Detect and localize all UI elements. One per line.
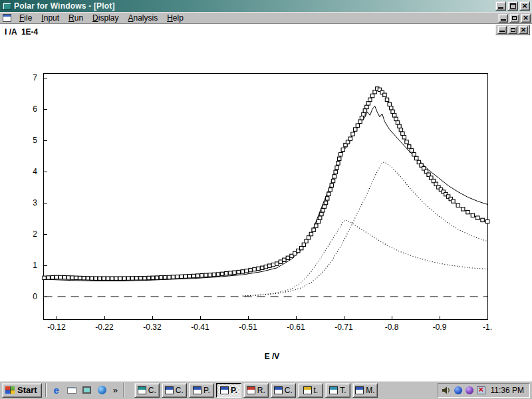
close-icon: ×	[522, 3, 527, 9]
task-window-icon	[220, 386, 229, 394]
menu-analysis[interactable]: Analysis	[123, 12, 162, 24]
tray-clock[interactable]: 11:36 PM	[491, 386, 524, 395]
taskbar-task-button[interactable]: C.	[162, 383, 187, 398]
svg-text:-0.12: -0.12	[47, 323, 66, 332]
task-window-icon	[355, 386, 364, 394]
x-axis-label: E /V	[239, 352, 305, 361]
taskbar-task-button[interactable]: P.	[189, 383, 214, 398]
ie-e-glyph: e	[53, 386, 59, 395]
app-icon[interactable]	[2, 2, 11, 10]
taskbar-task-button[interactable]: M.	[352, 383, 378, 398]
maximize-icon	[510, 3, 516, 9]
titlebar: Polar for Windows - [Plot] ×	[0, 0, 532, 12]
menu-input[interactable]: Input	[37, 12, 64, 24]
taskbar-task-button[interactable]: C.	[134, 383, 160, 398]
taskbar: Start e » C. C. P. P. R. C. t. T. M. ×	[0, 380, 532, 399]
plot-client-area: × I /A 1E-4 -0.12-0.22-0.32-0.41-0.51-0.…	[0, 24, 532, 380]
child-window-controls: ×	[498, 14, 531, 23]
svg-text:7: 7	[33, 73, 37, 82]
task-window-icon	[274, 386, 283, 394]
taskbar-task-button[interactable]: T.	[325, 383, 350, 398]
minimize-icon	[501, 19, 506, 21]
taskbar-separator	[123, 383, 124, 397]
window-controls: ×	[495, 1, 530, 11]
svg-text:-0.61: -0.61	[287, 323, 305, 332]
child-minimize-button[interactable]	[498, 14, 508, 23]
taskbar-task-button[interactable]: t.	[298, 383, 323, 398]
task-window-icon	[138, 386, 146, 394]
monitor-glyph	[82, 386, 91, 394]
svg-text:-0.71: -0.71	[334, 323, 353, 332]
taskbar-task-button[interactable]: R.	[243, 383, 269, 398]
internet-explorer-icon[interactable]: e	[50, 384, 63, 397]
task-window-icon	[329, 386, 338, 394]
taskbar-task-button-active[interactable]: P.	[216, 383, 241, 398]
svg-text:-0.8: -0.8	[385, 323, 399, 332]
volume-icon[interactable]	[442, 386, 451, 395]
show-desktop-icon[interactable]	[80, 384, 94, 397]
svg-text:1: 1	[33, 261, 37, 270]
menu-run[interactable]: Run	[64, 12, 88, 24]
quick-launch-overflow-chevron[interactable]: »	[111, 385, 120, 395]
task-button-group: C. C. P. P. R. C. t. T. M.	[134, 383, 378, 398]
svg-text:-1.: -1.	[483, 323, 492, 332]
tray-network-icon[interactable]	[454, 386, 462, 394]
svg-text:-0.51: -0.51	[239, 323, 257, 332]
menu-display[interactable]: Display	[88, 12, 123, 24]
minimize-icon	[498, 7, 503, 9]
task-window-icon	[247, 386, 255, 394]
tray-modem-icon[interactable]	[466, 386, 473, 394]
close-icon: ×	[523, 15, 529, 21]
child-restore-button[interactable]	[509, 14, 519, 23]
system-tray: × 11:36 PM	[438, 383, 530, 398]
menu-file[interactable]: File	[15, 12, 37, 24]
window-title: Polar for Windows - [Plot]	[14, 1, 115, 11]
svg-text:0: 0	[33, 292, 37, 301]
start-label: Start	[17, 385, 37, 395]
taskbar-task-button[interactable]: C.	[271, 383, 296, 398]
maximize-button[interactable]	[507, 1, 518, 11]
svg-text:-0.32: -0.32	[143, 323, 162, 332]
envelope-glyph	[67, 387, 76, 394]
globe-glyph	[98, 386, 106, 394]
start-button[interactable]: Start	[2, 383, 42, 398]
minimize-button[interactable]	[495, 1, 506, 11]
restore-icon	[512, 16, 517, 20]
task-window-icon	[165, 386, 174, 394]
taskbar-separator	[45, 383, 47, 397]
polarogram-plot: -0.12-0.22-0.32-0.41-0.51-0.61-0.71-0.8-…	[0, 24, 532, 380]
svg-text:3: 3	[33, 198, 37, 207]
tray-error-icon[interactable]: ×	[477, 386, 485, 394]
child-close-button[interactable]: ×	[521, 14, 531, 23]
svg-text:5: 5	[33, 136, 37, 145]
svg-text:6: 6	[33, 104, 37, 114]
svg-text:-0.22: -0.22	[95, 323, 114, 332]
windows-logo-icon	[5, 386, 15, 394]
menu-bar: File Input Run Display Analysis Help ×	[0, 12, 532, 24]
close-button[interactable]: ×	[519, 1, 530, 11]
svg-text:-0.41: -0.41	[191, 323, 209, 332]
task-window-icon	[193, 386, 201, 394]
svg-text:-0.9: -0.9	[433, 323, 447, 332]
red-x-glyph: ×	[479, 384, 484, 394]
svg-text:4: 4	[33, 167, 37, 176]
desktop-screen: Polar for Windows - [Plot] × File Input …	[0, 0, 532, 399]
plot-document-icon[interactable]	[3, 14, 11, 22]
menu-help[interactable]: Help	[162, 12, 188, 24]
outlook-express-icon[interactable]	[65, 384, 78, 397]
task-window-icon	[303, 386, 312, 394]
view-channels-icon[interactable]	[96, 384, 109, 397]
svg-text:2: 2	[33, 229, 37, 239]
